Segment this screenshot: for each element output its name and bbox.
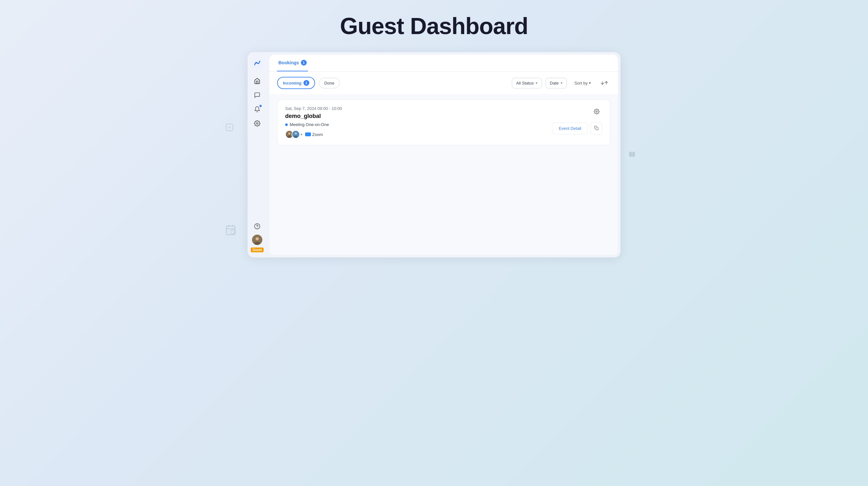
attendee-avatar-2 <box>291 130 300 138</box>
booking-date: Sat, Sep 7, 2024 09:00 - 10:00 <box>285 106 546 111</box>
booking-type-label: Meeting One-on-One <box>290 122 329 127</box>
svg-point-13 <box>295 132 297 135</box>
zoom-tag: Zoom <box>305 132 323 137</box>
type-dot <box>285 123 288 126</box>
calendar-clock-icon <box>225 224 237 237</box>
event-detail-label: Event Detail <box>559 126 581 131</box>
chevron-down-icon-sort: ▾ <box>589 81 591 85</box>
incoming-label: Incoming <box>283 81 302 86</box>
booking-attendees: ▾ Zoom <box>285 130 546 138</box>
done-label: Done <box>324 81 334 86</box>
all-status-label: All Status <box>516 81 534 86</box>
sidebar-bottom: Guest <box>251 221 264 252</box>
sort-by-label: Sort by <box>575 81 588 86</box>
tab-bookings[interactable]: Bookings 1 <box>277 55 308 71</box>
zoom-label: Zoom <box>312 132 323 137</box>
zoom-icon <box>305 132 311 136</box>
svg-rect-16 <box>596 127 598 130</box>
date-select[interactable]: Date ▾ <box>546 78 566 88</box>
booking-info: Sat, Sep 7, 2024 09:00 - 10:00 demo_glob… <box>285 106 546 138</box>
booking-card: Sat, Sep 7, 2024 09:00 - 10:00 demo_glob… <box>277 99 610 145</box>
right-float-icons <box>627 150 637 160</box>
checkbox-icon <box>225 123 237 134</box>
tab-bookings-label: Bookings <box>278 60 299 65</box>
svg-point-1 <box>256 123 258 124</box>
left-float-icons <box>225 123 237 237</box>
user-avatar[interactable] <box>252 235 262 245</box>
sidebar-item-help[interactable] <box>251 221 263 232</box>
booking-type: Meeting One-on-One <box>285 122 546 127</box>
toolbar: Incoming 1 Done All Status ▾ Date ▾ <box>270 72 618 94</box>
booking-settings-btn[interactable] <box>591 106 602 118</box>
bookings-area: Sat, Sep 7, 2024 09:00 - 10:00 demo_glob… <box>270 94 618 255</box>
svg-point-15 <box>596 111 598 112</box>
incoming-badge: 1 <box>304 80 309 86</box>
all-status-select[interactable]: All Status ▾ <box>512 78 542 88</box>
sort-by-btn[interactable]: Sort by ▾ <box>570 78 595 88</box>
attendees-chevron-icon[interactable]: ▾ <box>301 132 303 137</box>
chevron-down-icon: ▾ <box>535 81 537 85</box>
incoming-filter-btn[interactable]: Incoming 1 <box>277 77 315 89</box>
event-detail-btn[interactable]: Event Detail <box>552 123 588 134</box>
svg-point-5 <box>255 237 259 240</box>
sidebar-item-notifications[interactable] <box>251 103 263 115</box>
page-title: Guest Dashboard <box>340 13 528 39</box>
sidebar-item-chat[interactable] <box>251 89 263 101</box>
date-label: Date <box>550 81 558 86</box>
tabs-header: Bookings 1 <box>270 55 618 72</box>
sidebar-item-settings[interactable] <box>251 118 263 129</box>
sort-direction-btn[interactable] <box>598 78 610 88</box>
avatar-group <box>285 130 298 138</box>
copy-btn[interactable] <box>591 122 602 135</box>
sidebar-item-home[interactable] <box>251 75 263 87</box>
chevron-down-icon-date: ▾ <box>561 81 563 85</box>
guest-badge: Guest <box>251 248 264 252</box>
booking-name: demo_global <box>285 113 546 120</box>
sidebar: Guest <box>248 52 267 257</box>
tab-bookings-badge: 1 <box>301 60 307 66</box>
done-filter-btn[interactable]: Done <box>319 78 340 88</box>
svg-point-10 <box>288 132 290 135</box>
notification-dot <box>259 105 262 107</box>
app-logo[interactable] <box>251 57 263 69</box>
main-content: Bookings 1 Incoming 1 Done All Status ▾ <box>270 55 618 255</box>
